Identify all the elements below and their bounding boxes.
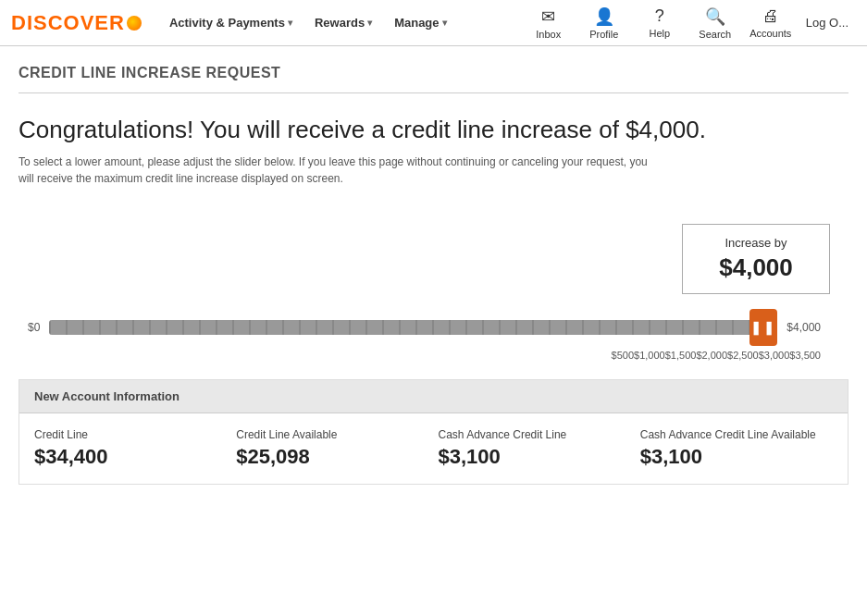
sub-text: To select a lower amount, please adjust … <box>19 154 648 187</box>
account-info-credit-line-available: Credit Line Available $25,098 <box>236 428 428 469</box>
navbar: DISCOVER Activity & Payments ▾ Rewards ▾… <box>0 0 867 46</box>
search-nav-item[interactable]: 🔍 Search <box>687 0 743 46</box>
chevron-down-icon: ▾ <box>442 18 447 28</box>
slider-track <box>49 320 777 335</box>
account-info-credit-line: Credit Line $34,400 <box>34 428 227 469</box>
brand-name: DISCOVER <box>11 11 125 35</box>
slider-ticks: $500 $1,000 $1,500 $2,000 $2,500 $3,000 … <box>602 346 830 361</box>
help-icon: ? <box>655 6 664 26</box>
slider-min-label: $0 <box>28 321 40 334</box>
nav-icon-group: ✉ Inbox 👤 Profile ? Help 🔍 Search 🖨 Acco… <box>521 0 799 46</box>
increase-label: Increase by <box>701 236 811 250</box>
account-info-cash-advance-available: Cash Advance Credit Line Available $3,10… <box>640 428 833 469</box>
congrats-heading: Congratulations! You will receive a cred… <box>19 116 848 144</box>
account-info-cash-advance: Cash Advance Credit Line $3,100 <box>439 428 631 469</box>
new-account-section: New Account Information Credit Line $34,… <box>19 379 848 485</box>
slider-max-label: $4,000 <box>786 321 821 334</box>
slider-section: Increase by $4,000 $0 ❚❚ $4,000 $500 $1,… <box>19 224 848 361</box>
new-account-header: New Account Information <box>19 380 848 413</box>
page-title: CREDIT LINE INCREASE REQUEST <box>19 65 848 93</box>
slider-track-wrapper: ❚❚ <box>49 309 777 346</box>
profile-icon: 👤 <box>594 6 614 27</box>
inbox-icon: ✉ <box>541 6 555 27</box>
nav-activity-payments[interactable]: Activity & Payments ▾ <box>160 0 302 46</box>
nav-rewards[interactable]: Rewards ▾ <box>305 0 381 46</box>
search-icon: 🔍 <box>705 6 725 27</box>
nav-links: Activity & Payments ▾ Rewards ▾ Manage ▾ <box>160 0 456 46</box>
inbox-nav-item[interactable]: ✉ Inbox <box>521 0 576 46</box>
help-nav-item[interactable]: ? Help <box>632 0 687 46</box>
pause-icon: ❚❚ <box>750 320 776 335</box>
accounts-icon: 🖨 <box>762 6 779 26</box>
slider-row: $0 ❚❚ $4,000 <box>19 309 830 346</box>
brand-circle <box>127 16 142 31</box>
increase-box: Increase by $4,000 <box>682 224 830 294</box>
accounts-nav-item[interactable]: 🖨 Accounts <box>743 0 799 46</box>
log-out-link[interactable]: Log O... <box>799 16 856 30</box>
page-content: CREDIT LINE INCREASE REQUEST Congratulat… <box>0 46 867 503</box>
brand-logo[interactable]: DISCOVER <box>11 11 142 35</box>
slider-thumb[interactable]: ❚❚ <box>749 309 777 346</box>
chevron-down-icon: ▾ <box>288 18 292 28</box>
increase-amount: $4,000 <box>701 253 811 282</box>
chevron-down-icon: ▾ <box>367 18 372 28</box>
account-info-grid: Credit Line $34,400 Credit Line Availabl… <box>19 413 848 484</box>
nav-manage[interactable]: Manage ▾ <box>385 0 455 46</box>
profile-nav-item[interactable]: 👤 Profile <box>576 0 632 46</box>
